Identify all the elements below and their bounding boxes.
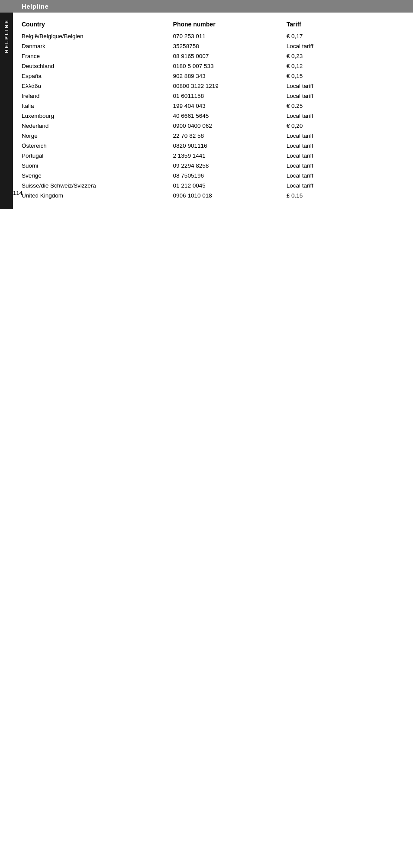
page-number: 114: [13, 190, 23, 196]
cell-country: Ireland: [22, 91, 173, 101]
cell-phone: 0900 0400 062: [173, 121, 287, 131]
cell-country: Portugal: [22, 151, 173, 161]
cell-phone: 01 212 0045: [173, 181, 287, 191]
cell-country: España: [22, 71, 173, 81]
cell-phone: 199 404 043: [173, 101, 287, 111]
cell-tariff: Local tariff: [287, 181, 400, 191]
table-row: Suomi09 2294 8258Local tariff: [22, 161, 400, 171]
cell-phone: 0906 1010 018: [173, 191, 287, 201]
table-row: Portugal2 1359 1441Local tariff: [22, 151, 400, 161]
side-label-text: HELPLINE: [4, 19, 9, 53]
cell-tariff: € 0.25: [287, 101, 400, 111]
cell-tariff: Local tariff: [287, 81, 400, 91]
cell-country: België/Belgique/Belgien: [22, 31, 173, 41]
cell-phone: 00800 3122 1219: [173, 81, 287, 91]
column-header-tariff: Tariff: [287, 19, 400, 31]
cell-tariff: Local tariff: [287, 41, 400, 51]
header-bar: Helpline: [0, 0, 413, 13]
cell-phone: 35258758: [173, 41, 287, 51]
cell-country: Suomi: [22, 161, 173, 171]
table-container: Country Phone number Tariff België/Belgi…: [13, 13, 413, 209]
cell-phone: 070 253 011: [173, 31, 287, 41]
table-row: Östereich0820 901116Local tariff: [22, 141, 400, 151]
cell-phone: 01 6011158: [173, 91, 287, 101]
cell-country: Suisse/die Schweiz/Svizzera: [22, 181, 173, 191]
content-area: HELPLINE Country Phone number Tariff Bel…: [0, 13, 413, 209]
helpline-table: Country Phone number Tariff België/Belgi…: [22, 19, 400, 201]
cell-tariff: Local tariff: [287, 141, 400, 151]
cell-phone: 40 6661 5645: [173, 111, 287, 121]
cell-tariff: Local tariff: [287, 131, 400, 141]
table-row: België/Belgique/Belgien070 253 011€ 0,17: [22, 31, 400, 41]
cell-phone: 08 7505196: [173, 171, 287, 181]
cell-tariff: Local tariff: [287, 111, 400, 121]
cell-phone: 08 9165 0007: [173, 51, 287, 61]
cell-tariff: Local tariff: [287, 161, 400, 171]
cell-country: Deutschland: [22, 61, 173, 71]
cell-tariff: Local tariff: [287, 91, 400, 101]
cell-country: United Kingdom: [22, 191, 173, 201]
cell-country: Nederland: [22, 121, 173, 131]
table-header-row: Country Phone number Tariff: [22, 19, 400, 31]
cell-country: Danmark: [22, 41, 173, 51]
cell-phone: 09 2294 8258: [173, 161, 287, 171]
cell-country: Sverige: [22, 171, 173, 181]
cell-tariff: € 0,20: [287, 121, 400, 131]
table-row: Italia199 404 043€ 0.25: [22, 101, 400, 111]
cell-phone: 0180 5 007 533: [173, 61, 287, 71]
table-row: France08 9165 0007€ 0,23: [22, 51, 400, 61]
cell-tariff: € 0,17: [287, 31, 400, 41]
cell-tariff: € 0,12: [287, 61, 400, 71]
cell-country: Italia: [22, 101, 173, 111]
cell-tariff: € 0,23: [287, 51, 400, 61]
page-container: Helpline HELPLINE Country Phone number T…: [0, 0, 413, 209]
table-row: Luxembourg40 6661 5645Local tariff: [22, 111, 400, 121]
table-row: Danmark35258758Local tariff: [22, 41, 400, 51]
cell-country: Norge: [22, 131, 173, 141]
cell-phone: 2 1359 1441: [173, 151, 287, 161]
cell-tariff: Local tariff: [287, 171, 400, 181]
page-title: Helpline: [22, 3, 404, 10]
cell-country: Ελλάδα: [22, 81, 173, 91]
table-row: Sverige08 7505196Local tariff: [22, 171, 400, 181]
column-header-country: Country: [22, 19, 173, 31]
table-row: United Kingdom0906 1010 018£ 0.15: [22, 191, 400, 201]
table-row: España902 889 343€ 0,15: [22, 71, 400, 81]
side-label: HELPLINE: [0, 13, 13, 209]
table-row: Ireland01 6011158Local tariff: [22, 91, 400, 101]
cell-tariff: € 0,15: [287, 71, 400, 81]
column-header-phone: Phone number: [173, 19, 287, 31]
cell-tariff: Local tariff: [287, 151, 400, 161]
cell-phone: 22 70 82 58: [173, 131, 287, 141]
table-row: Deutschland0180 5 007 533€ 0,12: [22, 61, 400, 71]
table-row: Nederland0900 0400 062€ 0,20: [22, 121, 400, 131]
cell-country: Luxembourg: [22, 111, 173, 121]
table-row: Ελλάδα00800 3122 1219Local tariff: [22, 81, 400, 91]
cell-country: France: [22, 51, 173, 61]
cell-country: Östereich: [22, 141, 173, 151]
table-row: Norge22 70 82 58Local tariff: [22, 131, 400, 141]
cell-phone: 0820 901116: [173, 141, 287, 151]
cell-tariff: £ 0.15: [287, 191, 400, 201]
table-row: Suisse/die Schweiz/Svizzera01 212 0045Lo…: [22, 181, 400, 191]
cell-phone: 902 889 343: [173, 71, 287, 81]
